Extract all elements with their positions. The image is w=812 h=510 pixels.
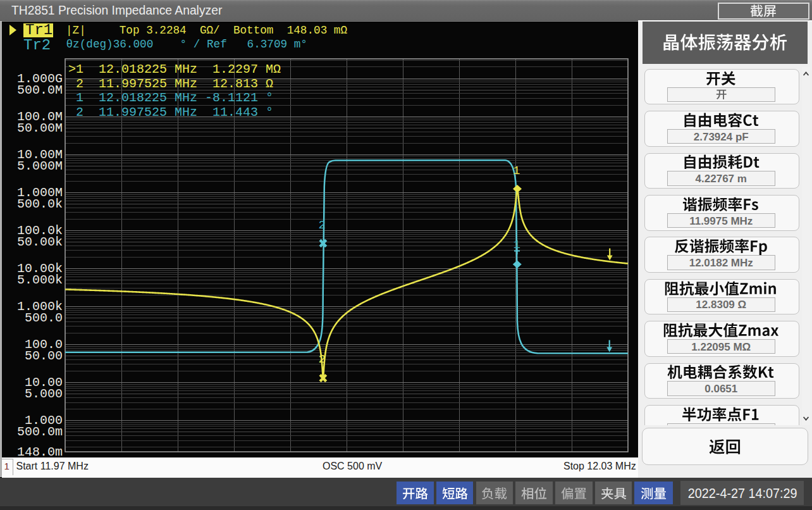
- svg-text:1: 1: [513, 164, 520, 178]
- svg-text:500.0M: 500.0M: [17, 83, 63, 97]
- svg-text:5.000M: 5.000M: [17, 159, 63, 173]
- svg-text:50.00: 50.00: [25, 349, 63, 363]
- svg-text:500.0: 500.0: [25, 311, 63, 325]
- svg-text:500.0m: 500.0m: [17, 425, 63, 439]
- svg-text:5.000k: 5.000k: [17, 273, 63, 287]
- svg-text:1: 1: [514, 238, 520, 252]
- svg-text:50.00k: 50.00k: [17, 235, 63, 249]
- svg-text:500.0k: 500.0k: [17, 197, 63, 211]
- svg-text:2: 2: [319, 218, 326, 232]
- svg-text:50.00M: 50.00M: [17, 121, 63, 135]
- svg-text:2: 2: [319, 352, 326, 366]
- svg-text:5.000: 5.000: [25, 387, 63, 401]
